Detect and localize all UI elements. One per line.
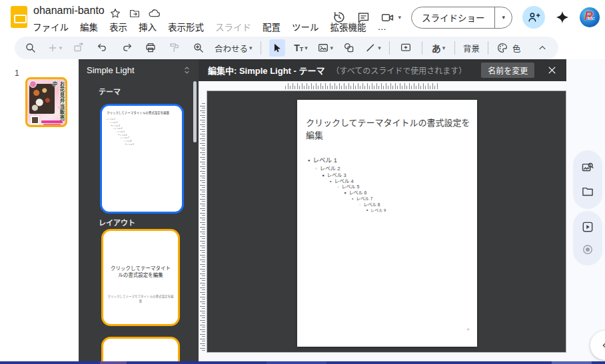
menu-tools[interactable]: ツール [292, 20, 319, 33]
gemini-sparkle-icon[interactable] [555, 10, 570, 25]
comment-history-icon[interactable] [356, 11, 370, 25]
zoom-fit-select[interactable]: 合わせる ▾ [215, 39, 253, 57]
select-tool-button[interactable] [269, 39, 285, 57]
slide-filmstrip: 1 お花見弁当販売中 [0, 59, 79, 361]
layout-subtitle-placeholder: クリックしてテーマサブタイトルの書式設定を編集 [107, 295, 174, 304]
chevron-left-icon [600, 340, 605, 351]
menu-edit[interactable]: 編集 [80, 20, 98, 33]
background-label: 背景 [463, 42, 480, 55]
theme-thumb-levels: ●レベル 1 ○レベル 2 ■レベル 3 ●レベル 4 ○レベル 5 ■レベル … [102, 114, 182, 146]
sidebar-group-2 [573, 211, 602, 266]
close-theme-editor-button[interactable] [547, 65, 557, 75]
rename-button[interactable]: 名前を変更 [481, 63, 534, 78]
insert-image-button[interactable]: ▾ [317, 39, 334, 57]
new-slide-caret-icon: ▾ [59, 45, 63, 51]
body-level-1[interactable]: ●レベル 1 [308, 155, 337, 164]
document-title[interactable]: ohanami-banto [33, 5, 105, 17]
insert-line-button[interactable]: ▾ [365, 39, 381, 57]
text-style-caret-icon: ▾ [442, 45, 446, 51]
flyer-inset-photo [30, 115, 40, 125]
flyer-vertical-text: お花見弁当販売中 [51, 81, 65, 125]
slideshow-label[interactable]: スライドショー [412, 7, 495, 28]
unfold-more-icon[interactable] [182, 65, 192, 75]
horizontal-ruler [285, 83, 440, 89]
print-button[interactable] [143, 39, 159, 57]
slide-canvas-background: クリックしてテーマタイトルの書式設定を編集 ●レベル 1 ○レベル 2 ■レベル… [207, 91, 566, 353]
menu-arrange[interactable]: 配置 [263, 20, 281, 33]
share-button[interactable] [522, 6, 545, 29]
menu-view[interactable]: 表示 [109, 20, 127, 33]
bottom-edge-strip [0, 361, 605, 364]
layout-title-placeholder: クリックしてテーマタイトルの書式設定を編集 [109, 266, 173, 279]
move-to-folder-icon[interactable] [129, 7, 141, 19]
undo-button[interactable] [95, 39, 111, 57]
panel-scrollbar[interactable] [193, 81, 197, 142]
version-history-icon[interactable] [332, 10, 346, 25]
right-sidebar [566, 59, 605, 361]
layout-thumbnail-2[interactable] [101, 337, 180, 361]
slide-number-placeholder[interactable]: # [467, 327, 469, 331]
new-slide-button: ▾ [47, 39, 63, 57]
image-caret-icon: ▾ [330, 45, 334, 51]
layout-thumbnail-1[interactable]: クリックしてテーマタイトルの書式設定を編集 クリックしてテーマサブタイトルの書式… [101, 229, 180, 326]
star-icon[interactable] [109, 7, 121, 19]
theme-name: Simple Light [87, 65, 182, 75]
color-label: 色 [512, 42, 521, 55]
top-bar: ohanami-banto ファイル 編集 表示 挿入 表示形式 スライド 配置… [0, 0, 605, 35]
theme-section-label: テーマ [99, 86, 121, 96]
close-icon [547, 65, 557, 75]
cursor-arrow-icon [271, 43, 283, 54]
paint-format-button [167, 39, 183, 57]
zoom-fit-caret-icon: ▾ [249, 45, 253, 51]
flyer-caption-text [43, 124, 61, 126]
google-slides-icon[interactable] [11, 6, 27, 28]
menu-insert[interactable]: 挿入 [139, 20, 157, 33]
zoom-button[interactable] [191, 39, 207, 57]
hide-side-panel-button[interactable] [590, 331, 605, 360]
cloud-saved-icon[interactable] [148, 7, 161, 19]
collapse-toolbar-button[interactable] [534, 39, 550, 57]
menu-format[interactable]: 表示形式 [168, 20, 204, 33]
background-button[interactable]: 背景 [463, 39, 480, 57]
menu-slide: スライド [215, 20, 251, 33]
meet-camera-icon[interactable]: ▾ [380, 11, 401, 25]
slide-1-thumbnail[interactable]: お花見弁当販売中 [25, 77, 67, 127]
title-placeholder[interactable]: クリックしてテーマタイトルの書式設定を編集 [306, 117, 472, 142]
theme-thumb-title: クリックしてテーマタイトルの書式設定を編集 [102, 106, 182, 114]
sidebar-group-1 [573, 150, 602, 209]
vertical-ruler [199, 103, 205, 352]
search-menus-button[interactable] [23, 39, 39, 57]
body-level-9[interactable]: ■レベル 9 [366, 207, 386, 213]
chevron-up-icon [537, 43, 548, 53]
text-style-button[interactable]: あ ▾ [430, 39, 446, 57]
theme-name-header[interactable]: Simple Light [79, 59, 199, 81]
play-presentation-icon[interactable] [581, 220, 594, 234]
palette-icon [496, 42, 508, 54]
slideshow-button[interactable]: スライドショー ▾ [411, 7, 512, 29]
flyer-phone-text [41, 120, 63, 123]
flyer-badge [29, 81, 37, 88]
layout-section-label: レイアウト [99, 217, 135, 228]
theme-colors-button[interactable]: 色 [496, 39, 521, 57]
menu-file[interactable]: ファイル [33, 20, 69, 33]
person-add-icon [527, 11, 540, 24]
insert-shape-button[interactable] [341, 39, 357, 57]
account-avatar[interactable]: R tec [580, 7, 600, 27]
meet-caret-icon[interactable]: ▾ [398, 14, 401, 21]
zoom-fit-label: 合わせる [215, 42, 248, 55]
line-caret-icon: ▾ [378, 45, 381, 51]
slide-number: 1 [15, 69, 19, 78]
theme-master-slide[interactable]: クリックしてテーマタイトルの書式設定を編集 ●レベル 1 ○レベル 2 ■レベル… [297, 100, 477, 347]
redo-button[interactable] [119, 39, 135, 57]
textbox-caret-icon: ▾ [304, 45, 308, 51]
editing-note: （すべてのスライドで使用されます） [332, 65, 467, 76]
image-search-icon[interactable] [581, 161, 594, 174]
editing-title: 編集中: Simple Light - テーマ [208, 64, 325, 77]
main-toolbar: ▾ 合わせる ▾ TT ▾ ▾ ▾ あ [15, 37, 558, 59]
insert-comment-button[interactable] [398, 39, 414, 57]
theme-edit-area: 編集中: Simple Light - テーマ （すべてのスライドで使用されます… [199, 59, 566, 361]
textbox-tool-button[interactable]: TT ▾ [293, 39, 309, 57]
slideshow-caret-icon[interactable]: ▾ [494, 7, 512, 28]
theme-master-thumbnail[interactable]: クリックしてテーマタイトルの書式設定を編集 ●レベル 1 ○レベル 2 ■レベル… [100, 104, 184, 214]
folder-icon[interactable] [581, 185, 594, 198]
